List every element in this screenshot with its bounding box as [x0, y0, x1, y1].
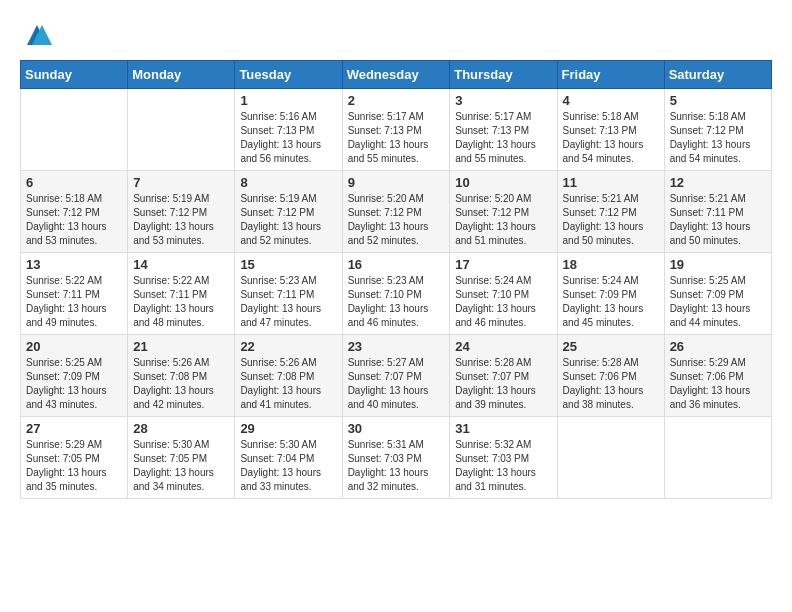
calendar-cell: 19Sunrise: 5:25 AMSunset: 7:09 PMDayligh… [664, 253, 771, 335]
calendar-week-row: 13Sunrise: 5:22 AMSunset: 7:11 PMDayligh… [21, 253, 772, 335]
calendar-cell [21, 89, 128, 171]
weekday-header: Tuesday [235, 61, 342, 89]
calendar-week-row: 20Sunrise: 5:25 AMSunset: 7:09 PMDayligh… [21, 335, 772, 417]
day-info: Sunrise: 5:17 AMSunset: 7:13 PMDaylight:… [348, 110, 445, 166]
day-number: 18 [563, 257, 659, 272]
calendar-cell: 17Sunrise: 5:24 AMSunset: 7:10 PMDayligh… [450, 253, 557, 335]
day-number: 17 [455, 257, 551, 272]
day-number: 25 [563, 339, 659, 354]
day-info: Sunrise: 5:30 AMSunset: 7:04 PMDaylight:… [240, 438, 336, 494]
calendar-cell: 7Sunrise: 5:19 AMSunset: 7:12 PMDaylight… [128, 171, 235, 253]
weekday-header: Friday [557, 61, 664, 89]
day-number: 27 [26, 421, 122, 436]
calendar-cell: 3Sunrise: 5:17 AMSunset: 7:13 PMDaylight… [450, 89, 557, 171]
logo [20, 20, 52, 50]
calendar-week-row: 1Sunrise: 5:16 AMSunset: 7:13 PMDaylight… [21, 89, 772, 171]
day-number: 20 [26, 339, 122, 354]
day-info: Sunrise: 5:20 AMSunset: 7:12 PMDaylight:… [455, 192, 551, 248]
calendar-cell: 4Sunrise: 5:18 AMSunset: 7:13 PMDaylight… [557, 89, 664, 171]
calendar-cell: 10Sunrise: 5:20 AMSunset: 7:12 PMDayligh… [450, 171, 557, 253]
day-info: Sunrise: 5:18 AMSunset: 7:13 PMDaylight:… [563, 110, 659, 166]
day-number: 30 [348, 421, 445, 436]
weekday-header: Wednesday [342, 61, 450, 89]
day-number: 6 [26, 175, 122, 190]
day-info: Sunrise: 5:31 AMSunset: 7:03 PMDaylight:… [348, 438, 445, 494]
day-info: Sunrise: 5:21 AMSunset: 7:11 PMDaylight:… [670, 192, 766, 248]
day-number: 2 [348, 93, 445, 108]
calendar-cell: 29Sunrise: 5:30 AMSunset: 7:04 PMDayligh… [235, 417, 342, 499]
day-number: 21 [133, 339, 229, 354]
day-number: 3 [455, 93, 551, 108]
calendar-cell: 16Sunrise: 5:23 AMSunset: 7:10 PMDayligh… [342, 253, 450, 335]
day-number: 10 [455, 175, 551, 190]
day-info: Sunrise: 5:22 AMSunset: 7:11 PMDaylight:… [133, 274, 229, 330]
day-info: Sunrise: 5:26 AMSunset: 7:08 PMDaylight:… [133, 356, 229, 412]
calendar-cell: 22Sunrise: 5:26 AMSunset: 7:08 PMDayligh… [235, 335, 342, 417]
calendar-cell: 25Sunrise: 5:28 AMSunset: 7:06 PMDayligh… [557, 335, 664, 417]
calendar-cell: 2Sunrise: 5:17 AMSunset: 7:13 PMDaylight… [342, 89, 450, 171]
day-number: 19 [670, 257, 766, 272]
calendar-cell [128, 89, 235, 171]
day-info: Sunrise: 5:23 AMSunset: 7:10 PMDaylight:… [348, 274, 445, 330]
calendar-cell: 28Sunrise: 5:30 AMSunset: 7:05 PMDayligh… [128, 417, 235, 499]
day-info: Sunrise: 5:24 AMSunset: 7:10 PMDaylight:… [455, 274, 551, 330]
day-info: Sunrise: 5:32 AMSunset: 7:03 PMDaylight:… [455, 438, 551, 494]
day-info: Sunrise: 5:27 AMSunset: 7:07 PMDaylight:… [348, 356, 445, 412]
day-number: 22 [240, 339, 336, 354]
day-number: 12 [670, 175, 766, 190]
calendar-cell: 13Sunrise: 5:22 AMSunset: 7:11 PMDayligh… [21, 253, 128, 335]
calendar-cell: 31Sunrise: 5:32 AMSunset: 7:03 PMDayligh… [450, 417, 557, 499]
day-number: 5 [670, 93, 766, 108]
day-number: 29 [240, 421, 336, 436]
page-header [20, 20, 772, 50]
calendar-cell: 6Sunrise: 5:18 AMSunset: 7:12 PMDaylight… [21, 171, 128, 253]
day-number: 13 [26, 257, 122, 272]
day-info: Sunrise: 5:23 AMSunset: 7:11 PMDaylight:… [240, 274, 336, 330]
calendar-cell: 20Sunrise: 5:25 AMSunset: 7:09 PMDayligh… [21, 335, 128, 417]
day-number: 9 [348, 175, 445, 190]
day-info: Sunrise: 5:16 AMSunset: 7:13 PMDaylight:… [240, 110, 336, 166]
day-number: 16 [348, 257, 445, 272]
calendar-cell: 8Sunrise: 5:19 AMSunset: 7:12 PMDaylight… [235, 171, 342, 253]
calendar-cell: 21Sunrise: 5:26 AMSunset: 7:08 PMDayligh… [128, 335, 235, 417]
calendar-cell: 9Sunrise: 5:20 AMSunset: 7:12 PMDaylight… [342, 171, 450, 253]
calendar-header-row: SundayMondayTuesdayWednesdayThursdayFrid… [21, 61, 772, 89]
weekday-header: Saturday [664, 61, 771, 89]
calendar-cell: 18Sunrise: 5:24 AMSunset: 7:09 PMDayligh… [557, 253, 664, 335]
day-info: Sunrise: 5:25 AMSunset: 7:09 PMDaylight:… [670, 274, 766, 330]
calendar-cell: 30Sunrise: 5:31 AMSunset: 7:03 PMDayligh… [342, 417, 450, 499]
day-info: Sunrise: 5:29 AMSunset: 7:05 PMDaylight:… [26, 438, 122, 494]
day-info: Sunrise: 5:19 AMSunset: 7:12 PMDaylight:… [133, 192, 229, 248]
calendar-cell: 23Sunrise: 5:27 AMSunset: 7:07 PMDayligh… [342, 335, 450, 417]
calendar-week-row: 27Sunrise: 5:29 AMSunset: 7:05 PMDayligh… [21, 417, 772, 499]
day-info: Sunrise: 5:21 AMSunset: 7:12 PMDaylight:… [563, 192, 659, 248]
day-info: Sunrise: 5:26 AMSunset: 7:08 PMDaylight:… [240, 356, 336, 412]
day-number: 1 [240, 93, 336, 108]
day-info: Sunrise: 5:22 AMSunset: 7:11 PMDaylight:… [26, 274, 122, 330]
calendar-cell: 14Sunrise: 5:22 AMSunset: 7:11 PMDayligh… [128, 253, 235, 335]
day-number: 8 [240, 175, 336, 190]
day-number: 26 [670, 339, 766, 354]
day-number: 7 [133, 175, 229, 190]
day-info: Sunrise: 5:28 AMSunset: 7:07 PMDaylight:… [455, 356, 551, 412]
day-number: 23 [348, 339, 445, 354]
day-number: 24 [455, 339, 551, 354]
day-number: 15 [240, 257, 336, 272]
day-info: Sunrise: 5:29 AMSunset: 7:06 PMDaylight:… [670, 356, 766, 412]
day-info: Sunrise: 5:28 AMSunset: 7:06 PMDaylight:… [563, 356, 659, 412]
day-number: 4 [563, 93, 659, 108]
calendar-week-row: 6Sunrise: 5:18 AMSunset: 7:12 PMDaylight… [21, 171, 772, 253]
day-number: 28 [133, 421, 229, 436]
calendar-cell: 26Sunrise: 5:29 AMSunset: 7:06 PMDayligh… [664, 335, 771, 417]
calendar-cell: 5Sunrise: 5:18 AMSunset: 7:12 PMDaylight… [664, 89, 771, 171]
day-number: 11 [563, 175, 659, 190]
calendar-cell: 15Sunrise: 5:23 AMSunset: 7:11 PMDayligh… [235, 253, 342, 335]
day-info: Sunrise: 5:18 AMSunset: 7:12 PMDaylight:… [26, 192, 122, 248]
weekday-header: Thursday [450, 61, 557, 89]
logo-icon [22, 20, 52, 50]
calendar-cell: 27Sunrise: 5:29 AMSunset: 7:05 PMDayligh… [21, 417, 128, 499]
day-number: 14 [133, 257, 229, 272]
day-info: Sunrise: 5:25 AMSunset: 7:09 PMDaylight:… [26, 356, 122, 412]
day-info: Sunrise: 5:24 AMSunset: 7:09 PMDaylight:… [563, 274, 659, 330]
day-info: Sunrise: 5:30 AMSunset: 7:05 PMDaylight:… [133, 438, 229, 494]
